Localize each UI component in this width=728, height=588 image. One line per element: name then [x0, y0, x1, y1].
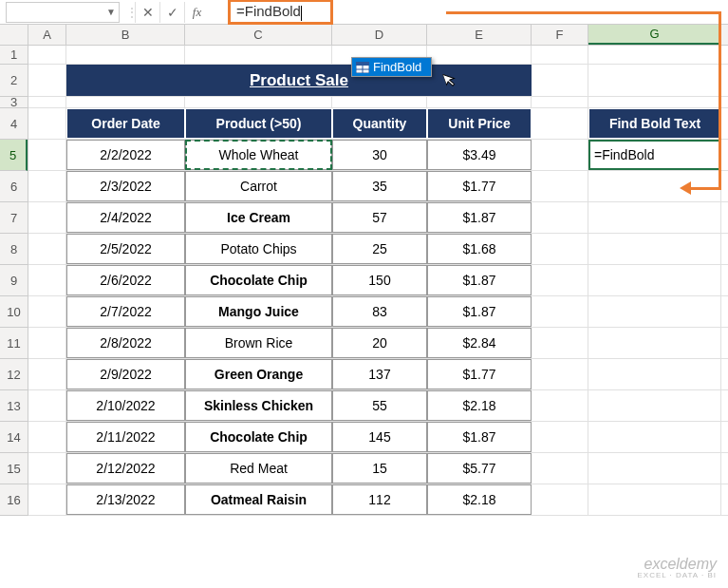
cell-price[interactable]: $1.87	[427, 422, 532, 452]
cell-price[interactable]: $1.87	[427, 265, 532, 295]
cell[interactable]	[588, 296, 721, 327]
row-header-2[interactable]: 2	[0, 65, 28, 97]
cell[interactable]	[28, 140, 66, 170]
cell-price[interactable]: $2.18	[427, 390, 532, 421]
cell-qty[interactable]: 25	[332, 234, 427, 264]
cell-qty[interactable]: 35	[332, 171, 427, 201]
cell-price[interactable]: $1.68	[427, 234, 532, 264]
cell[interactable]	[28, 390, 66, 421]
cell[interactable]	[28, 296, 66, 327]
cell-date[interactable]: 2/10/2022	[66, 390, 185, 421]
cell-product[interactable]: Skinless Chicken	[185, 390, 332, 421]
cell[interactable]	[532, 202, 588, 233]
col-header-F[interactable]: F	[532, 25, 588, 45]
cell[interactable]	[28, 46, 66, 64]
cell-product[interactable]: Potato Chips	[185, 234, 332, 264]
cell[interactable]	[28, 65, 66, 96]
cancel-button[interactable]: ✕	[135, 2, 159, 23]
cell-product[interactable]: Carrot	[185, 171, 332, 201]
dropdown-icon[interactable]: ▼	[103, 7, 119, 17]
cell[interactable]	[28, 422, 66, 452]
autocomplete-item[interactable]: FindBold	[352, 58, 431, 76]
cell[interactable]	[532, 328, 588, 358]
cell[interactable]	[588, 171, 721, 201]
row-header-9[interactable]: 9	[0, 265, 28, 296]
cell-qty[interactable]: 137	[332, 359, 427, 389]
cell-date[interactable]: 2/13/2022	[66, 484, 185, 515]
cell[interactable]	[588, 359, 721, 389]
cell-date[interactable]: 2/6/2022	[66, 265, 185, 295]
cell[interactable]	[588, 46, 721, 64]
col-header-A[interactable]: A	[28, 25, 66, 45]
cell[interactable]	[588, 453, 721, 484]
col-header-C[interactable]: C	[185, 25, 332, 45]
cell-date[interactable]: 2/11/2022	[66, 422, 185, 452]
cell-product[interactable]: Chocolate Chip	[185, 265, 332, 295]
cell[interactable]	[588, 484, 721, 515]
row-header-10[interactable]: 10	[0, 296, 28, 328]
cell-qty[interactable]: 145	[332, 422, 427, 452]
cell[interactable]	[28, 108, 66, 139]
row-header-4[interactable]: 4	[0, 108, 28, 140]
cell[interactable]	[532, 390, 588, 421]
cell[interactable]	[532, 46, 588, 64]
row-header-11[interactable]: 11	[0, 328, 28, 359]
cell[interactable]	[588, 265, 721, 295]
cell[interactable]	[28, 359, 66, 389]
cell-qty[interactable]: 15	[332, 453, 427, 484]
col-header-G[interactable]: G	[588, 25, 721, 45]
cell[interactable]	[532, 484, 588, 515]
cell[interactable]	[28, 265, 66, 295]
row-header-16[interactable]: 16	[0, 484, 28, 516]
cell[interactable]	[28, 97, 66, 107]
cell[interactable]	[427, 46, 532, 64]
name-box[interactable]: ▼	[6, 2, 120, 23]
cell-price[interactable]: $1.87	[427, 296, 532, 327]
row-header-1[interactable]: 1	[0, 46, 28, 65]
cell-qty[interactable]: 112	[332, 484, 427, 515]
cell[interactable]	[532, 234, 588, 264]
cell[interactable]	[28, 202, 66, 233]
cell-qty[interactable]: 30	[332, 140, 427, 170]
cell-date[interactable]: 2/5/2022	[66, 234, 185, 264]
cell[interactable]	[185, 97, 332, 107]
row-header-7[interactable]: 7	[0, 202, 28, 234]
cell[interactable]	[66, 97, 185, 107]
header-order-date[interactable]: Order Date	[66, 108, 185, 139]
cell-date[interactable]: 2/12/2022	[66, 453, 185, 484]
row-header-15[interactable]: 15	[0, 453, 28, 484]
cell[interactable]	[588, 422, 721, 452]
cell-price[interactable]: $1.77	[427, 171, 532, 201]
cell-product[interactable]: Oatmeal Raisin	[185, 484, 332, 515]
cell[interactable]	[588, 97, 721, 107]
row-header-13[interactable]: 13	[0, 390, 28, 422]
col-header-B[interactable]: B	[66, 25, 185, 45]
cell-product[interactable]: Red Meat	[185, 453, 332, 484]
cell[interactable]	[185, 46, 332, 64]
cell-price[interactable]: $1.87	[427, 202, 532, 233]
cell[interactable]	[66, 46, 185, 64]
row-header-3[interactable]: 3	[0, 97, 28, 108]
cell-date[interactable]: 2/7/2022	[66, 296, 185, 327]
cell[interactable]	[427, 97, 532, 107]
side-header[interactable]: Find Bold Text	[588, 108, 721, 139]
cell-date[interactable]: 2/9/2022	[66, 359, 185, 389]
cell[interactable]	[532, 422, 588, 452]
row-header-5[interactable]: 5	[0, 140, 28, 171]
cell[interactable]	[28, 453, 66, 484]
formula-autocomplete[interactable]: FindBold	[351, 57, 432, 77]
cell[interactable]	[28, 171, 66, 201]
cell-date[interactable]: 2/2/2022	[66, 140, 185, 170]
cell[interactable]	[532, 265, 588, 295]
cell[interactable]	[588, 328, 721, 358]
col-header-E[interactable]: E	[427, 25, 532, 45]
cell-product[interactable]: Chocolate Chip	[185, 422, 332, 452]
select-all-corner[interactable]	[0, 25, 28, 45]
cell[interactable]	[532, 108, 588, 139]
cell[interactable]	[532, 65, 588, 96]
cell[interactable]	[588, 202, 721, 233]
cell-qty[interactable]: 20	[332, 328, 427, 358]
cell-qty[interactable]: 83	[332, 296, 427, 327]
cell-product[interactable]: Whole Wheat	[185, 140, 332, 170]
cell-date[interactable]: 2/4/2022	[66, 202, 185, 233]
